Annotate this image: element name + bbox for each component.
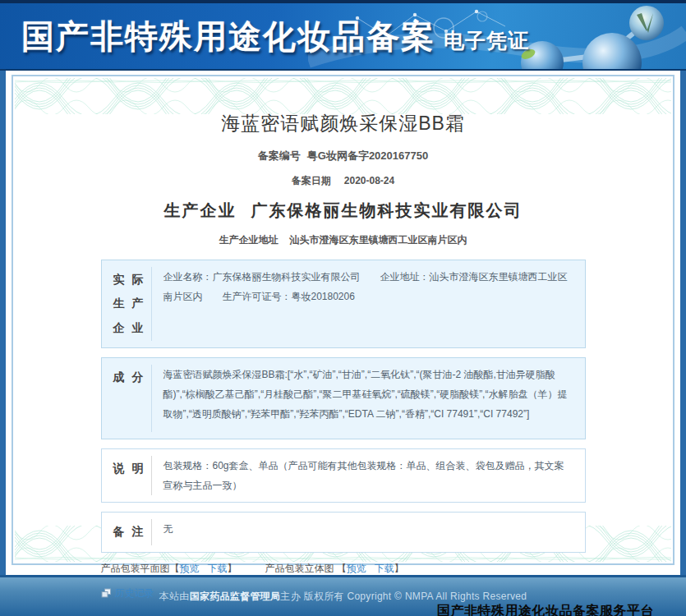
page-subtitle: 电子凭证 [444,29,529,52]
packaging-stereo-preview-link[interactable]: 预览 [347,563,366,574]
row-label: 备注 [102,513,151,551]
manufacturer-line: 生产企业广东保格丽生物科技实业有限公司 [101,200,586,222]
history-record-link[interactable]: 历史记录 [115,586,154,600]
packaging-flat-preview-link[interactable]: 预览 [180,563,200,574]
row-label: 成分 [102,358,151,439]
history-windows-icon [101,588,112,599]
packaging-flat-download-link[interactable]: 下载 [208,563,228,574]
platform-name: 国产非特殊用途化妆品备案服务平台 [437,604,654,616]
record-number-value: 粤G妆网备字2020167750 [307,149,428,162]
record-date-value: 2020-08-24 [344,175,394,186]
record-date-line: 备案日期2020-08-24 [101,174,586,188]
product-name: 海蓝密语赋颜焕采保湿BB霜 [101,76,586,136]
manufacturer-address-line: 生产企业地址汕头市澄海区东里镇塘西工业区南片区内 [101,233,586,247]
bracket: 】 [228,563,237,574]
table-row-actual-manufacturer: 实际生产企业 企业名称：广东保格丽生物科技实业有限公司 企业地址：汕头市澄海区东… [101,260,586,348]
row-content: 无 [152,513,585,551]
manufacturer-value: 广东保格丽生物科技实业有限公司 [251,201,523,219]
record-number-label: 备案编号 [258,149,301,162]
platform-line: 国产非特殊用途化妆品备案服务平台 [13,603,673,616]
bracket: 】 [394,563,404,574]
row-content: 包装规格：60g套盒、单品（产品可能有其他包装规格：单品、组合装、袋包及赠品，其… [152,449,585,502]
table-row-ingredients: 成分 海蓝密语赋颜焕采保湿BB霜:[“水”,“矿油”,“甘油”,“二氧化钛”,“… [101,357,586,439]
bracket: 【 [337,563,347,574]
row-label: 说明 [102,449,151,502]
record-date-label: 备案日期 [292,175,331,186]
detail-table: 实际生产企业 企业名称：广东保格丽生物科技实业有限公司 企业地址：汕头市澄海区东… [101,260,586,553]
packaging-flat-label: 产品包装平面图 [101,563,170,574]
header-banner: 国产非特殊用途化妆品备案电子凭证 [0,0,686,71]
manufacturer-label: 生产企业 [164,201,237,219]
packaging-links-line: 产品包装平面图【预览下载】产品包装立体图 【预览下载】 [101,562,586,576]
page-title: 国产非特殊用途化妆品备案 [21,18,435,54]
bracket: 【 [170,563,180,574]
table-row-remarks: 备注 无 [101,512,586,552]
table-row-description: 说明 包装规格：60g套盒、单品（产品可能有其他包装规格：单品、组合装、袋包及赠… [101,448,586,503]
certificate-card: 海蓝密语赋颜焕采保湿BB霜 备案编号粤G妆网备字2020167750 备案日期2… [12,75,674,565]
manufacturer-address-value: 汕头市澄海区东里镇塘西工业区南片区内 [290,234,467,246]
certificate-area: 海蓝密语赋颜焕采保湿BB霜 备案编号粤G妆网备字2020167750 备案日期2… [0,71,686,575]
row-label: 实际生产企业 [102,260,151,347]
record-number-line: 备案编号粤G妆网备字2020167750 [101,149,586,163]
row-content: 海蓝密语赋颜焕采保湿BB霜:[“水”,“矿油”,“甘油”,“二氧化钛”,“(聚甘… [152,358,585,439]
history-line: 历史记录 [101,586,586,600]
manufacturer-address-label: 生产企业地址 [219,234,279,246]
packaging-stereo-download-link[interactable]: 下载 [375,563,394,574]
row-content: 企业名称：广东保格丽生物科技实业有限公司 企业地址：汕头市澄海区东里镇塘西工业区… [152,260,585,347]
packaging-stereo-label: 产品包装立体图 [265,563,334,574]
